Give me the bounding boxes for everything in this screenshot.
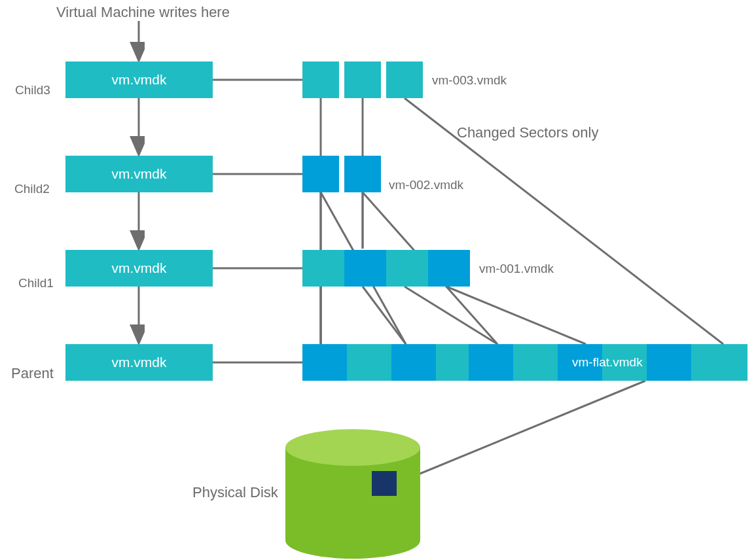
vmdk-box-child2: vm.vmdk <box>65 156 213 192</box>
sector <box>302 250 344 287</box>
disk-sector-indicator <box>372 471 397 496</box>
sector <box>436 344 469 381</box>
title-label: Virtual Machine writes here <box>56 4 230 21</box>
sector <box>386 250 428 287</box>
vmdk-box-parent: vm.vmdk <box>65 344 213 381</box>
vmdk-box-label: vm.vmdk <box>112 72 167 88</box>
file-label-child2: vm-002.vmdk <box>389 178 463 192</box>
sector <box>391 344 436 381</box>
sector <box>691 344 747 381</box>
sector <box>302 156 339 192</box>
file-label-child3: vm-003.vmdk <box>432 73 507 88</box>
flat-vmdk-label: vm-flat.vmdk <box>572 355 643 370</box>
file-label-child1: vm-001.vmdk <box>479 262 554 276</box>
physical-disk-top <box>285 429 420 466</box>
sector <box>647 344 691 381</box>
row-label-parent: Parent <box>11 365 54 382</box>
sector <box>344 61 381 98</box>
physical-disk-label: Physical Disk <box>192 484 278 501</box>
vmdk-box-child1: vm.vmdk <box>65 250 213 287</box>
vmdk-box-label: vm.vmdk <box>112 355 167 370</box>
vmdk-box-label: vm.vmdk <box>112 166 167 182</box>
svg-line-19 <box>391 381 645 485</box>
sector <box>344 250 386 287</box>
svg-line-16 <box>363 287 406 344</box>
changed-sectors-label: Changed Sectors only <box>457 124 598 141</box>
sector <box>302 344 347 381</box>
vmdk-box-label: vm.vmdk <box>112 260 167 276</box>
sector <box>344 156 381 192</box>
sector <box>513 344 558 381</box>
sector <box>347 344 391 381</box>
vmdk-box-child3: vm.vmdk <box>65 61 213 98</box>
svg-line-18 <box>446 287 586 344</box>
row-label-child3: Child3 <box>15 83 50 97</box>
sector <box>469 344 513 381</box>
row-label-child1: Child1 <box>18 276 54 290</box>
sector <box>428 250 470 287</box>
sector <box>302 61 339 98</box>
svg-line-17 <box>405 287 497 344</box>
sector <box>386 61 423 98</box>
row-label-child2: Child2 <box>14 182 50 196</box>
